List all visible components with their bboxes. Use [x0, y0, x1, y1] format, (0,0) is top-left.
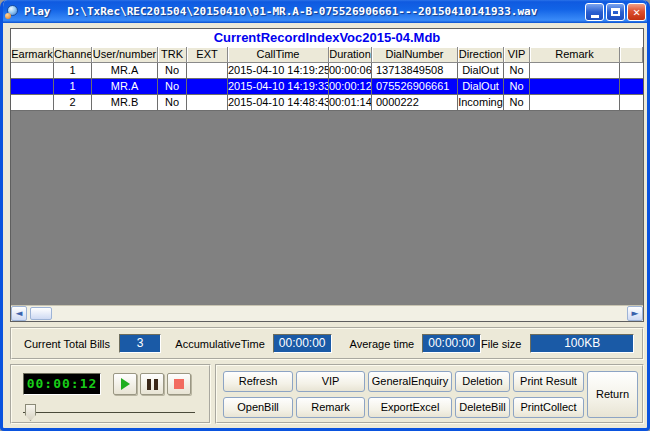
horizontal-scrollbar[interactable]: ◄ ►: [11, 305, 643, 321]
average-time-value: 00:00:00: [422, 334, 481, 353]
close-icon: ✕: [633, 6, 640, 18]
scrollbar-thumb[interactable]: [30, 307, 52, 320]
table-row[interactable]: 1 MR.A No 2015-04-10 14:19:25 00:00:06 1…: [11, 63, 643, 79]
minimize-icon: [591, 15, 599, 18]
record-grid: CurrentRecordIndexVoc2015-04.Mdb Earmark…: [10, 28, 644, 322]
col-header-channel[interactable]: Channel: [54, 47, 92, 63]
slider-thumb[interactable]: [25, 404, 36, 421]
action-buttons-panel: Refresh VIP GeneralEnquiry Deletion Prin…: [215, 364, 644, 424]
maximize-icon: [611, 8, 620, 16]
col-header-calltime[interactable]: CallTime: [228, 47, 329, 63]
cell-trk: No: [158, 63, 187, 79]
deletion-button[interactable]: Deletion: [455, 371, 510, 392]
col-header-earmark[interactable]: Earmark: [11, 47, 54, 63]
open-bill-button[interactable]: OpenBill: [223, 397, 293, 418]
col-header-direction[interactable]: Direction: [458, 47, 504, 63]
col-header-dialnumber[interactable]: DialNumber: [372, 47, 458, 63]
col-header-vip[interactable]: VIP: [504, 47, 530, 63]
cell-dialnumber: 13713849508: [372, 63, 458, 79]
cell-vip: No: [504, 95, 530, 111]
cell-calltime: 2015-04-10 14:19:33: [228, 79, 329, 95]
grid-empty-area: [11, 111, 643, 305]
cell-remark: [530, 95, 620, 111]
cell-calltime: 2015-04-10 14:19:25: [228, 63, 329, 79]
accumulative-time-value: 00:00:00: [273, 334, 332, 353]
file-size-label: File size: [481, 338, 521, 350]
print-collect-button[interactable]: PrintCollect: [513, 397, 584, 418]
cell-extra: [620, 63, 643, 79]
cell-trk: No: [158, 79, 187, 95]
col-header-remark[interactable]: Remark: [530, 47, 620, 63]
col-header-extra: [620, 47, 643, 63]
stop-icon: [174, 379, 184, 389]
vip-button[interactable]: VIP: [296, 371, 365, 392]
cell-earmark: [11, 79, 54, 95]
cell-duration: 00:01:14: [329, 95, 372, 111]
table-row-selected[interactable]: 1 MR.A No 2015-04-10 14:19:33 00:00:12 0…: [11, 79, 643, 95]
cell-earmark: [11, 95, 54, 111]
accumulative-time-label: AccumulativeTime: [175, 338, 264, 350]
cell-earmark: [11, 63, 54, 79]
total-bills-value: 3: [119, 334, 161, 353]
app-icon: [5, 5, 19, 19]
stats-bar: Current Total Bills 3 AccumulativeTime 0…: [10, 327, 644, 360]
cell-user: MR.B: [92, 95, 158, 111]
playback-time-display: 00:00:12: [23, 373, 101, 395]
app-label: Play: [24, 5, 51, 18]
stop-button[interactable]: [167, 373, 191, 395]
cell-user: MR.A: [92, 79, 158, 95]
minimize-button[interactable]: [585, 3, 604, 21]
play-icon: [121, 378, 130, 390]
cell-user: MR.A: [92, 63, 158, 79]
pause-icon: [147, 379, 158, 390]
cell-vip: No: [504, 63, 530, 79]
col-header-trk[interactable]: TRK: [158, 47, 187, 63]
remark-button[interactable]: Remark: [296, 397, 365, 418]
player-window: Play D:\TxRec\REC201504\20150410\01-MR.A…: [0, 0, 650, 431]
file-path: D:\TxRec\REC201504\20150410\01-MR.A-B-07…: [67, 5, 537, 18]
file-size-value: 100KB: [530, 334, 634, 353]
scroll-right-icon[interactable]: ►: [627, 306, 643, 321]
average-time-label: Average time: [350, 338, 415, 350]
grid-caption: CurrentRecordIndexVoc2015-04.Mdb: [11, 29, 643, 47]
cell-dialnumber: 075526906661: [372, 79, 458, 95]
export-excel-button[interactable]: ExportExcel: [368, 397, 452, 418]
window-title: Play D:\TxRec\REC201504\20150410\01-MR.A…: [24, 5, 585, 18]
cell-duration: 00:00:12: [329, 79, 372, 95]
print-result-button[interactable]: Print Result: [513, 371, 584, 392]
cell-dialnumber: 0000222: [372, 95, 458, 111]
cell-channel: 1: [54, 63, 92, 79]
title-bar[interactable]: Play D:\TxRec\REC201504\20150410\01-MR.A…: [0, 0, 650, 23]
general-enquiry-button[interactable]: GeneralEnquiry: [368, 371, 452, 392]
col-header-ext[interactable]: EXT: [187, 47, 228, 63]
total-bills-label: Current Total Bills: [24, 338, 110, 350]
player-panel: 00:00:12: [10, 364, 211, 424]
cell-channel: 1: [54, 79, 92, 95]
cell-vip: No: [504, 79, 530, 95]
cell-remark: [530, 79, 620, 95]
close-button[interactable]: ✕: [627, 3, 646, 21]
maximize-button[interactable]: [606, 3, 625, 21]
col-header-user[interactable]: User/number: [92, 47, 158, 63]
refresh-button[interactable]: Refresh: [223, 371, 293, 392]
cell-extra: [620, 79, 643, 95]
return-button[interactable]: Return: [587, 371, 638, 418]
pause-button[interactable]: [140, 373, 164, 395]
table-row[interactable]: 2 MR.B No 2015-04-10 14:48:43 00:01:14 0…: [11, 95, 643, 111]
cell-direction: DialOut: [458, 79, 504, 95]
cell-ext: [187, 63, 228, 79]
cell-channel: 2: [54, 95, 92, 111]
cell-duration: 00:00:06: [329, 63, 372, 79]
play-button[interactable]: [113, 373, 137, 395]
playback-slider[interactable]: [23, 404, 195, 422]
cell-direction: Incoming: [458, 95, 504, 111]
cell-trk: No: [158, 95, 187, 111]
cell-extra: [620, 95, 643, 111]
cell-ext: [187, 95, 228, 111]
delete-bill-button[interactable]: DeleteBill: [455, 397, 510, 418]
slider-track[interactable]: [23, 412, 195, 413]
cell-calltime: 2015-04-10 14:48:43: [228, 95, 329, 111]
col-header-duration[interactable]: Duration: [329, 47, 372, 63]
scroll-left-icon[interactable]: ◄: [11, 306, 27, 321]
cell-remark: [530, 63, 620, 79]
